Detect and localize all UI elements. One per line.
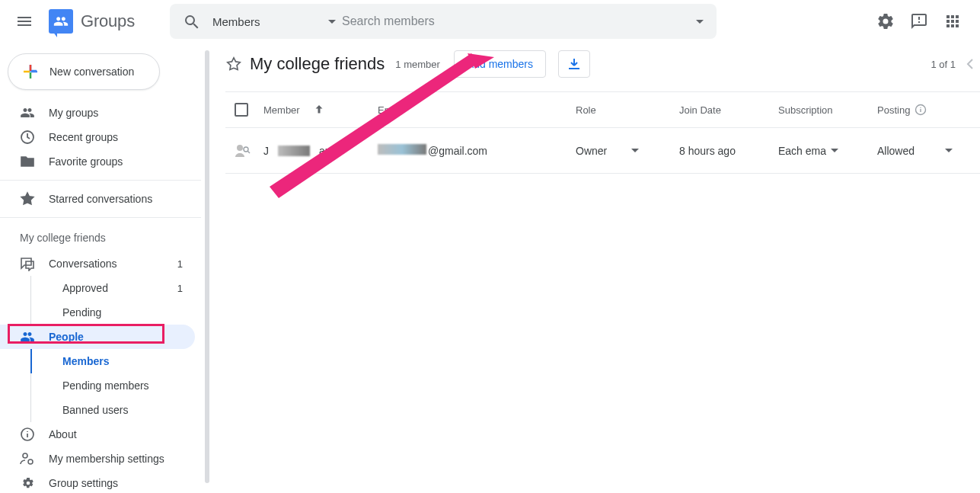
pagination-label: 1 of 1 bbox=[931, 59, 956, 70]
plus-icon bbox=[22, 63, 39, 80]
person-gear-icon bbox=[20, 451, 35, 466]
sidebar-item-favorite-groups[interactable]: Favorite groups bbox=[0, 149, 195, 174]
sidebar-label: Banned users bbox=[62, 404, 128, 416]
sidebar-item-membership-settings[interactable]: My membership settings bbox=[0, 447, 195, 471]
sidebar-label: About bbox=[49, 428, 77, 440]
download-icon bbox=[567, 56, 582, 72]
main-menu-button[interactable] bbox=[6, 3, 43, 40]
member-name-cell: Jan bbox=[263, 145, 378, 157]
table-row[interactable]: Jan @gmail.com Owner 8 hours ago Each em… bbox=[225, 128, 980, 174]
sidebar-label: My groups bbox=[49, 107, 98, 119]
conversation-count: 1 bbox=[177, 258, 183, 270]
clock-icon bbox=[20, 130, 35, 145]
svg-point-4 bbox=[23, 453, 27, 458]
chat-icon bbox=[20, 256, 35, 271]
add-members-button[interactable]: Add members bbox=[454, 50, 546, 78]
redacted-text bbox=[278, 146, 310, 156]
sidebar-item-approved[interactable]: Approved 1 bbox=[0, 276, 195, 300]
column-join[interactable]: Join Date bbox=[679, 104, 778, 116]
svg-point-7 bbox=[237, 145, 243, 151]
search-button[interactable] bbox=[170, 13, 212, 30]
sidebar-label: Pending members bbox=[62, 379, 149, 392]
sort-arrow-icon bbox=[312, 103, 326, 117]
chevron-down-icon bbox=[328, 20, 336, 24]
sidebar-item-banned[interactable]: Banned users bbox=[0, 398, 195, 422]
member-count: 1 member bbox=[395, 59, 440, 70]
column-email[interactable]: Email bbox=[378, 104, 576, 116]
member-subscription-dropdown[interactable]: Each ema bbox=[778, 145, 877, 157]
member-role-dropdown[interactable]: Owner bbox=[576, 145, 679, 157]
sidebar-item-recent-groups[interactable]: Recent groups bbox=[0, 125, 195, 149]
info-icon bbox=[20, 427, 35, 442]
sidebar-item-members[interactable]: Members bbox=[0, 349, 195, 373]
redacted-text bbox=[378, 144, 426, 155]
sidebar-item-conversations[interactable]: Conversations 1 bbox=[0, 251, 195, 276]
feedback-button[interactable] bbox=[904, 6, 934, 37]
sidebar-item-starred[interactable]: Starred conversations bbox=[0, 187, 195, 211]
column-role[interactable]: Role bbox=[576, 104, 679, 116]
member-join-cell: 8 hours ago bbox=[679, 145, 778, 157]
search-icon bbox=[183, 13, 200, 30]
search-filter-label: Members bbox=[212, 15, 260, 28]
sidebar-label: Recent groups bbox=[49, 131, 118, 143]
folder-star-icon bbox=[20, 154, 35, 169]
svg-point-5 bbox=[28, 459, 33, 464]
pagination: 1 of 1 bbox=[931, 58, 980, 70]
highlight-annotation bbox=[8, 324, 164, 344]
sidebar-item-pending[interactable]: Pending bbox=[0, 300, 195, 325]
chevron-down-icon bbox=[831, 149, 838, 152]
export-button[interactable] bbox=[558, 50, 590, 78]
sidebar-label: Favorite groups bbox=[49, 155, 123, 168]
chevron-down-icon bbox=[945, 149, 953, 152]
new-conversation-button[interactable]: New conversation bbox=[8, 53, 160, 90]
sidebar-label: Conversations bbox=[49, 258, 117, 270]
info-icon bbox=[915, 104, 927, 116]
star-toggle[interactable] bbox=[225, 56, 242, 72]
sidebar-label: Pending bbox=[62, 306, 101, 319]
apps-button[interactable] bbox=[937, 6, 968, 37]
new-conversation-label: New conversation bbox=[49, 66, 134, 78]
people-icon bbox=[20, 105, 35, 120]
gear-icon bbox=[876, 12, 895, 30]
hamburger-icon bbox=[15, 12, 34, 30]
chevron-down-icon bbox=[696, 20, 704, 24]
sidebar-item-about[interactable]: About bbox=[0, 422, 195, 447]
apps-grid-icon bbox=[945, 14, 960, 29]
member-posting-dropdown[interactable]: Allowed bbox=[877, 145, 961, 157]
sidebar-item-group-settings[interactable]: Group settings bbox=[0, 471, 195, 493]
sidebar-label: Group settings bbox=[49, 477, 118, 489]
gear-icon bbox=[20, 475, 35, 491]
search-bar: Members bbox=[170, 4, 717, 39]
settings-button[interactable] bbox=[870, 6, 901, 37]
sidebar: New conversation My groups Recent groups… bbox=[0, 43, 201, 493]
sidebar-label: My membership settings bbox=[49, 453, 164, 465]
sidebar-item-my-groups[interactable]: My groups bbox=[0, 101, 195, 125]
members-table: Member Email Role Join Date Subscription… bbox=[225, 91, 980, 174]
member-avatar-icon bbox=[233, 142, 251, 160]
sidebar-item-pending-members[interactable]: Pending members bbox=[0, 373, 195, 398]
column-posting[interactable]: Posting bbox=[877, 104, 961, 116]
sidebar-label: Members bbox=[62, 355, 109, 367]
sidebar-label: Starred conversations bbox=[49, 193, 152, 205]
table-header: Member Email Role Join Date Subscription… bbox=[225, 91, 980, 128]
groups-logo-icon bbox=[49, 9, 73, 34]
chevron-left-icon[interactable] bbox=[966, 58, 974, 70]
page-title: My college friends bbox=[250, 54, 385, 74]
search-options-dropdown[interactable] bbox=[683, 20, 717, 24]
select-all-checkbox[interactable] bbox=[235, 103, 248, 117]
column-member[interactable]: Member bbox=[263, 103, 378, 117]
member-email-cell: @gmail.com bbox=[378, 144, 576, 157]
star-icon bbox=[20, 191, 35, 206]
sidebar-group-heading: My college friends bbox=[0, 224, 201, 251]
brand-name: Groups bbox=[81, 11, 135, 31]
chevron-down-icon bbox=[631, 149, 639, 152]
search-filter-dropdown[interactable]: Members bbox=[212, 15, 342, 28]
approved-count: 1 bbox=[177, 283, 183, 294]
column-subscription[interactable]: Subscription bbox=[778, 104, 877, 116]
scrollbar[interactable] bbox=[205, 50, 209, 483]
feedback-icon bbox=[910, 12, 928, 30]
search-input[interactable] bbox=[342, 14, 683, 28]
sidebar-label: Approved bbox=[62, 282, 108, 294]
